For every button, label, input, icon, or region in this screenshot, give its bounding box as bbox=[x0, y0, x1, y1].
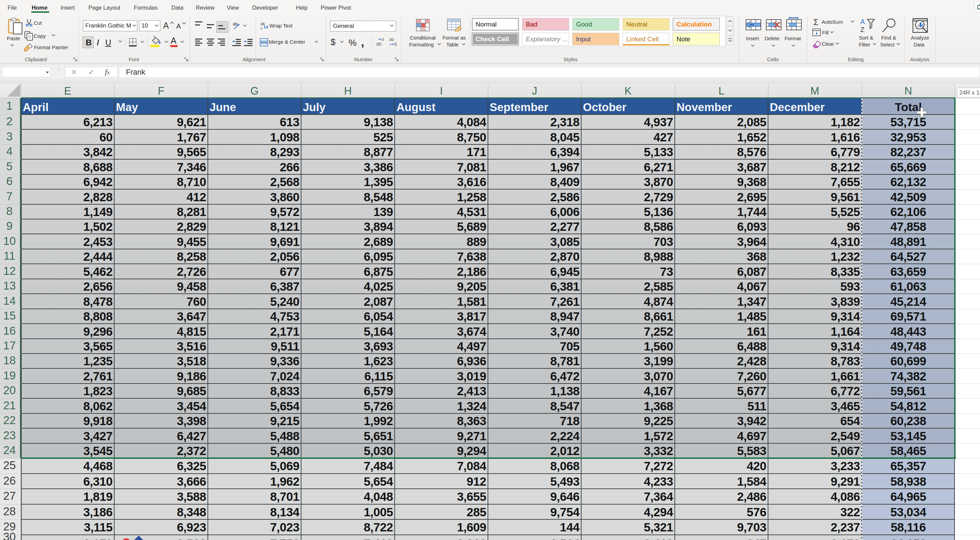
svg-text:0: 0 bbox=[395, 42, 397, 46]
svg-text:Z: Z bbox=[860, 26, 864, 33]
svg-text:ab: ab bbox=[261, 22, 265, 26]
svg-text:.00: .00 bbox=[388, 38, 394, 41]
svg-text:.00: .00 bbox=[375, 42, 381, 46]
svg-text:ab: ab bbox=[232, 21, 237, 27]
svg-text:A: A bbox=[860, 18, 865, 25]
svg-text:c: c bbox=[261, 26, 262, 30]
svg-text:0: 0 bbox=[382, 38, 384, 41]
